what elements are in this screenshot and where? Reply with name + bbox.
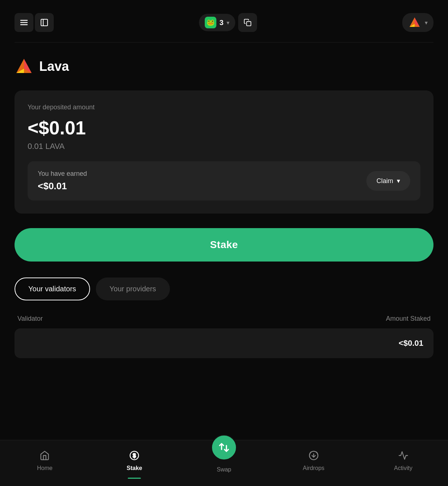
stake-icon: $ (128, 449, 141, 462)
top-bar: 🐸 3 ▾ ▾ (0, 0, 448, 42)
earned-label: You have earned (38, 170, 87, 178)
copy-button[interactable] (238, 13, 257, 32)
nav-stake-label: Stake (127, 465, 142, 471)
frog-chevron-icon: ▾ (227, 19, 229, 26)
main-content: Lava Your deposited amount <$0.01 0.01 L… (0, 42, 448, 373)
nav-swap[interactable]: Swap (179, 447, 269, 473)
stake-button[interactable]: Stake (15, 228, 433, 262)
menu-button[interactable] (15, 13, 33, 32)
earned-card: You have earned <$0.01 Claim ▾ (28, 161, 420, 201)
col-amount-header: Amount Staked (386, 315, 431, 323)
deposited-usd-value: <$0.01 (28, 117, 420, 139)
deposited-card: Your deposited amount <$0.01 0.01 LAVA Y… (15, 90, 433, 214)
nav-activity-label: Activity (394, 465, 412, 471)
page-title: Lava (39, 59, 69, 74)
svg-rect-5 (247, 21, 251, 26)
col-validator-header: Validator (17, 315, 43, 323)
top-bar-center: 🐸 3 ▾ (199, 13, 257, 32)
bottom-nav: Home $ Stake Swap Airdro (0, 440, 448, 486)
tab-validators[interactable]: Your validators (15, 278, 90, 300)
earned-info: You have earned <$0.01 (38, 170, 87, 192)
tab-row: Your validators Your providers (15, 278, 433, 300)
table-header: Validator Amount Staked (15, 315, 433, 323)
nav-stake[interactable]: $ Stake (90, 449, 179, 471)
nav-airdrops[interactable]: Airdrops (269, 449, 358, 471)
tab-providers[interactable]: Your providers (96, 278, 170, 300)
svg-rect-3 (41, 19, 48, 26)
row-amount-value: <$0.01 (399, 339, 423, 348)
claim-chevron-icon: ▾ (397, 177, 400, 185)
tab-providers-label: Your providers (110, 285, 156, 293)
lava-logo-icon (408, 16, 421, 29)
swap-button[interactable] (211, 434, 237, 461)
claim-button[interactable]: Claim ▾ (366, 171, 410, 191)
lava-logo-main-icon (15, 57, 33, 76)
nav-home[interactable]: Home (0, 449, 90, 471)
profile-pill[interactable]: ▾ (402, 13, 433, 32)
nav-airdrops-label: Airdrops (303, 465, 325, 471)
claim-label: Claim (376, 177, 393, 185)
frog-count: 3 (219, 19, 223, 27)
top-bar-left (15, 13, 54, 32)
sidebar-toggle-button[interactable] (35, 13, 54, 32)
activity-icon (397, 449, 410, 462)
nav-swap-label: Swap (217, 466, 231, 473)
airdrops-icon (307, 449, 320, 462)
frog-network-pill[interactable]: 🐸 3 ▾ (199, 14, 235, 31)
deposited-token-value: 0.01 LAVA (28, 142, 420, 151)
nav-home-label: Home (37, 465, 53, 471)
frog-icon: 🐸 (205, 17, 216, 28)
home-icon (38, 449, 51, 462)
earned-amount: <$0.01 (38, 181, 87, 192)
table-row: <$0.01 (15, 328, 433, 358)
profile-chevron-icon: ▾ (425, 19, 428, 26)
svg-text:$: $ (133, 452, 136, 459)
deposited-label: Your deposited amount (28, 104, 420, 111)
page-title-row: Lava (15, 57, 433, 76)
tab-validators-label: Your validators (28, 285, 76, 293)
stake-label: Stake (210, 239, 238, 250)
nav-activity[interactable]: Activity (358, 449, 448, 471)
